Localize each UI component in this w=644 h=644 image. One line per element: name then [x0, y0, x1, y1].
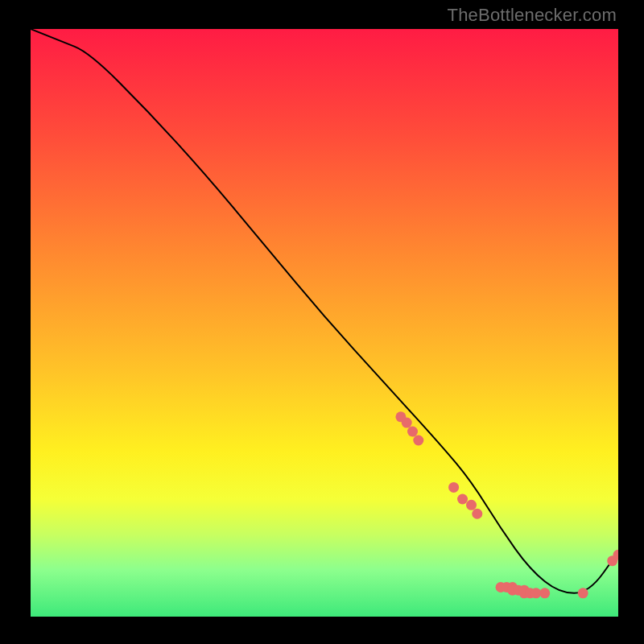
marker-group	[395, 411, 618, 598]
curve-path	[31, 29, 618, 593]
data-marker	[407, 427, 418, 437]
plot-area	[30, 28, 619, 617]
chart-svg	[31, 29, 618, 617]
data-marker	[466, 500, 477, 510]
data-marker	[448, 482, 459, 493]
data-marker	[402, 418, 412, 428]
data-marker	[578, 588, 588, 598]
data-marker	[472, 509, 482, 519]
data-marker	[539, 588, 550, 598]
data-marker	[413, 436, 423, 446]
chart-frame: TheBottlenecker.com	[0, 0, 644, 644]
attribution-label: TheBottlenecker.com	[448, 5, 617, 26]
data-marker	[457, 494, 468, 505]
